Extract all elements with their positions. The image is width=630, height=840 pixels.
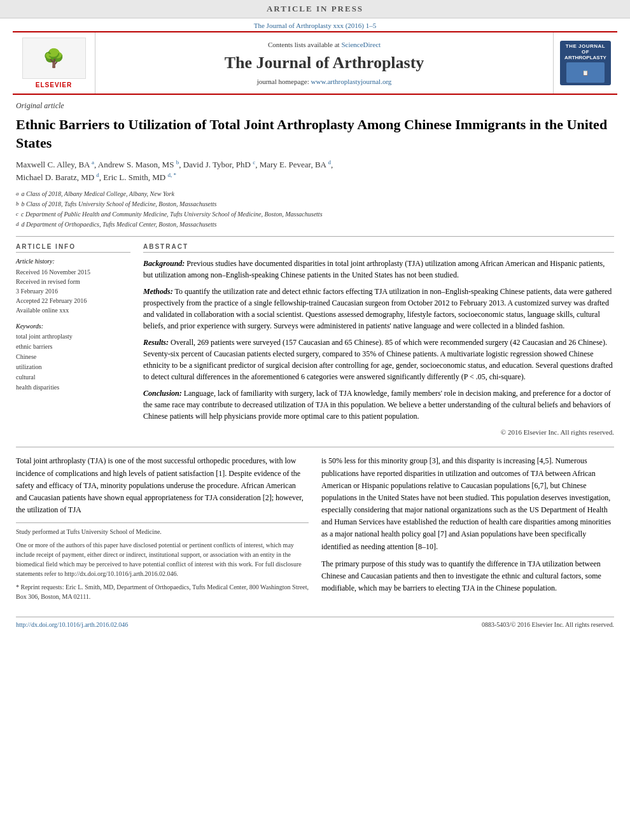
abstract-conclusion: Conclusion: Language, lack of familiarit… [143, 388, 614, 422]
affil-text-c: c Department of Public Health and Commun… [21, 209, 323, 220]
article-title: Ethnic Barriers to Utilization of Total … [16, 116, 614, 152]
article-info-col: ARTICLE INFO Article history: Received 1… [16, 243, 130, 438]
journal-title: The Journal of Arthroplasty [225, 53, 424, 73]
article-type: Original article [16, 101, 614, 111]
author-sup-d1: d [328, 159, 331, 165]
keyword-3: Chinese [16, 352, 130, 362]
abstract-col: ABSTRACT Background: Previous studies ha… [143, 243, 614, 438]
elsevier-logo-area: 🌳 ELSEVIER [13, 32, 95, 94]
keyword-1: total joint arthroplasty [16, 332, 130, 342]
history-title: Article history: [16, 258, 130, 265]
background-text-content: Previous studies have documented dispari… [143, 259, 605, 279]
sciencedirect-line: Contents lists available at ScienceDirec… [268, 41, 381, 48]
methods-text: To quantify the utilization rate and det… [143, 287, 612, 330]
journal-link: The Journal of Arthroplasty xxx (2016) 1… [0, 18, 630, 31]
homepage-link[interactable]: www.arthroplastyjournal.org [311, 78, 392, 85]
affil-text-b: b Class of 2018, Tufts University School… [22, 199, 217, 209]
affil-sup-b: b [16, 199, 19, 209]
keyword-6: health disparities [16, 382, 130, 393]
keywords-section: Keywords: total joint arthroplasty ethni… [16, 323, 130, 393]
header-section: 🌳 ELSEVIER Contents lists available at S… [13, 31, 617, 95]
body-para-right-1: is 50% less for this minority group [3],… [321, 455, 614, 553]
history-revised-date: 3 February 2016 [16, 286, 130, 296]
methods-label: Methods: [143, 287, 173, 296]
conclusion-text: Language, lack of familiarity with surge… [143, 389, 611, 421]
authors-line: Maxwell C. Alley, BA a, Andrew S. Mason,… [16, 158, 614, 184]
footnote-conflict: One or more of the authors of this paper… [16, 540, 309, 578]
results-label: Results: [143, 338, 169, 347]
elsevier-logo-box: 🌳 [22, 38, 86, 79]
affil-sup-a: a [16, 189, 19, 199]
homepage-line: journal homepage: www.arthroplastyjourna… [257, 78, 392, 85]
keywords-title: Keywords: [16, 323, 130, 330]
affil-sup-c: c [16, 209, 18, 220]
author-sup-b: b [176, 159, 179, 165]
body-para-1: Total joint arthroplasty (TJA) is one of… [16, 455, 309, 516]
background-label: Background: [143, 259, 185, 268]
sciencedirect-link[interactable]: ScienceDirect [341, 41, 381, 48]
doi-link[interactable]: http://dx.doi.org/10.1016/j.arth.2016.02… [16, 621, 128, 628]
author-sup-d2: d [96, 172, 99, 178]
journal-info-center: Contents lists available at ScienceDirec… [95, 32, 554, 94]
page-footer: http://dx.doi.org/10.1016/j.arth.2016.02… [16, 617, 614, 632]
affil-text-d: d Department of Orthopaedics, Tufts Medi… [22, 220, 217, 230]
abstract-background: Background: Previous studies have docume… [143, 258, 614, 281]
results-text: Overall, 269 patients were surveyed (157… [143, 338, 613, 381]
keyword-2: ethnic barriers [16, 342, 130, 352]
affil-text-a: a Class of 2018, Albany Medical College,… [22, 189, 174, 199]
affiliation-a: a a Class of 2018, Albany Medical Colleg… [16, 189, 614, 199]
affiliation-d: d d Department of Orthopaedics, Tufts Me… [16, 220, 614, 230]
arthroplasty-logo-box: THE JOURNAL OF ARTHROPLASTY 📋 [560, 41, 611, 85]
elsevier-tree-icon: 🌳 [43, 50, 65, 67]
keyword-5: cultural [16, 372, 130, 382]
abstract-methods: Methods: To quantify the utilization rat… [143, 286, 614, 332]
issn-text: 0883-5403/© 2016 Elsevier Inc. All right… [482, 621, 614, 628]
author-sup-d3: d, * [167, 172, 176, 178]
abstract-section: Background: Previous studies have docume… [143, 258, 614, 438]
logo-image-placeholder: 📋 [582, 70, 589, 76]
footnote-study: Study performed at Tufts University Scho… [16, 527, 309, 536]
footnote-section: Study performed at Tufts University Scho… [16, 522, 309, 601]
sciencedirect-prefix: Contents lists available at [268, 41, 341, 48]
body-right-col: is 50% less for this minority group [3],… [321, 455, 614, 604]
article-content: Original article Ethnic Barriers to Util… [0, 95, 630, 610]
body-text-1: Total joint arthroplasty (TJA) is one of… [16, 456, 304, 514]
arthroplasty-logo-area: THE JOURNAL OF ARTHROPLASTY 📋 [554, 32, 617, 94]
abstract-results: Results: Overall, 269 patients were surv… [143, 337, 614, 382]
article-info-header: ARTICLE INFO [16, 243, 130, 253]
two-col-section: ARTICLE INFO Article history: Received 1… [16, 236, 614, 438]
copyright-line: © 2016 Elsevier Inc. All rights reserved… [143, 427, 614, 438]
body-left-col: Total joint arthroplasty (TJA) is one of… [16, 455, 309, 604]
author-sup-a: a [92, 159, 94, 165]
article-in-press-banner: ARTICLE IN PRESS [0, 0, 630, 18]
affiliations: a a Class of 2018, Albany Medical Colleg… [16, 189, 614, 230]
affiliation-b: b b Class of 2018, Tufts University Scho… [16, 199, 614, 209]
author-sup-c: c [253, 159, 255, 165]
conclusion-label: Conclusion: [143, 389, 182, 398]
history-online: Available online xxx [16, 305, 130, 315]
elsevier-label: ELSEVIER [36, 81, 72, 88]
article-history: Article history: Received 16 November 20… [16, 258, 130, 315]
body-section: Total joint arthroplasty (TJA) is one of… [16, 447, 614, 604]
history-received: Received 16 November 2015 [16, 267, 130, 277]
homepage-prefix: journal homepage: [257, 78, 311, 85]
keyword-4: utilization [16, 362, 130, 372]
abstract-header: ABSTRACT [143, 243, 614, 253]
conflict-text: One or more of the authors of this paper… [16, 542, 302, 577]
affil-sup-d: d [16, 220, 19, 230]
footnote-reprint: * Reprint requests: Eric L. Smith, MD, D… [16, 582, 309, 601]
body-para-right-2: The primary purpose of this study was to… [321, 558, 614, 595]
history-revised-label: Received in revised form [16, 277, 130, 286]
affiliation-c: c c Department of Public Health and Comm… [16, 209, 614, 220]
history-accepted: Accepted 22 February 2016 [16, 296, 130, 305]
